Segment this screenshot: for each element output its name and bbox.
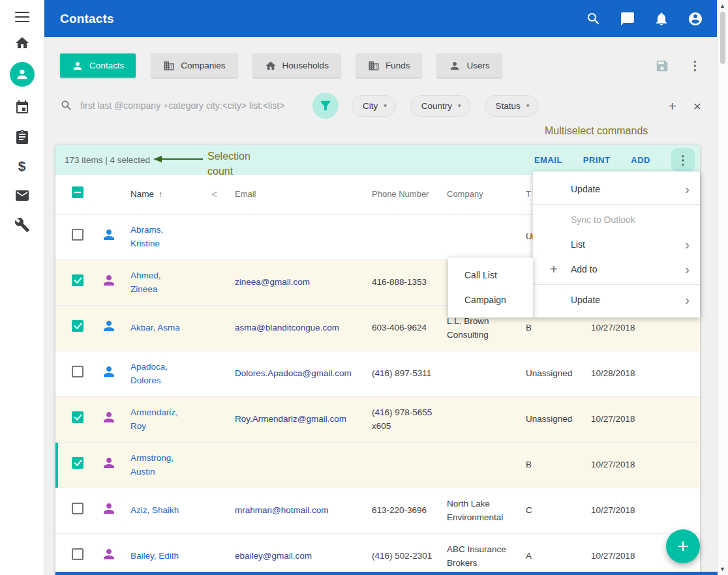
- row-checkbox[interactable]: [72, 411, 83, 423]
- tab-companies[interactable]: Companies: [151, 53, 237, 78]
- horizontal-scrollbar-thumb[interactable]: [55, 572, 718, 575]
- search-input[interactable]: [79, 100, 297, 111]
- filter-chip-country[interactable]: Country▾: [410, 95, 470, 117]
- caret-down-icon: ▾: [458, 102, 461, 109]
- contact-avatar-icon[interactable]: [101, 455, 117, 471]
- column-header-phone[interactable]: Phone Number: [365, 188, 440, 201]
- chevron-right-icon: ›: [685, 263, 690, 276]
- menu-divider: [533, 284, 700, 285]
- menu-item-update[interactable]: Update›: [533, 177, 700, 201]
- contact-tier: Unassigned: [519, 367, 584, 380]
- menu-item-update-2[interactable]: Update›: [533, 288, 700, 312]
- contact-name-link[interactable]: Ahmed, Zineea: [124, 269, 202, 296]
- menu-divider: [533, 204, 700, 205]
- contact-avatar-icon[interactable]: [101, 501, 117, 516]
- contact-email-link[interactable]: mrahman@hotmail.com: [228, 504, 365, 517]
- column-header-email[interactable]: Email: [228, 188, 365, 201]
- chat-icon[interactable]: [620, 11, 635, 27]
- tab-label: Users: [466, 61, 489, 70]
- select-all-checkbox[interactable]: [72, 186, 83, 198]
- notifications-icon[interactable]: [654, 11, 669, 27]
- contact-avatar-icon[interactable]: [101, 409, 117, 425]
- save-icon[interactable]: [655, 59, 669, 73]
- contact-name-link[interactable]: Apadoca, Dolores: [124, 361, 202, 387]
- add-action-button[interactable]: ADD: [631, 155, 650, 165]
- annotation-multiselect-commands: Multiselect commands: [545, 125, 648, 137]
- tab-users[interactable]: Users: [437, 53, 501, 78]
- contact-name-link[interactable]: Armstrong, Austin: [124, 452, 202, 479]
- multiselect-more-icon[interactable]: ⋮: [671, 148, 695, 171]
- account-icon[interactable]: [688, 11, 703, 27]
- contact-name-link[interactable]: Abrams, Kristine: [124, 224, 202, 250]
- row-checkbox[interactable]: [72, 274, 83, 286]
- add-contact-fab[interactable]: +: [666, 529, 700, 563]
- row-checkbox[interactable]: [72, 366, 83, 377]
- tab-households[interactable]: Households: [253, 53, 341, 78]
- row-checkbox[interactable]: [72, 229, 83, 241]
- email-action-button[interactable]: EMAIL: [534, 155, 562, 165]
- row-checkbox[interactable]: [72, 457, 83, 469]
- vertical-scrollbar[interactable]: ▲ ▼: [717, 0, 728, 575]
- contact-avatar-icon[interactable]: [101, 318, 117, 334]
- tab-label: Households: [282, 61, 329, 70]
- contact-name-link[interactable]: Akbar, Asma: [124, 321, 202, 334]
- sidebar-home-icon[interactable]: [13, 35, 31, 52]
- print-action-button[interactable]: PRINT: [583, 155, 611, 165]
- contact-tier: A: [519, 550, 584, 563]
- page-title: Contacts: [60, 12, 114, 26]
- tab-label: Contacts: [89, 61, 124, 70]
- contact-company: ABC Insurance Brokers: [440, 543, 519, 570]
- sidebar-mail-icon[interactable]: [13, 187, 31, 204]
- add-filter-icon[interactable]: +: [668, 99, 676, 113]
- filter-chip-city[interactable]: City▾: [352, 95, 396, 117]
- chip-label: Country: [421, 101, 452, 111]
- contact-name-link[interactable]: Armendariz, Roy: [124, 406, 202, 433]
- contact-email-link[interactable]: asma@blanditcongue.com: [228, 321, 365, 334]
- tab-contacts[interactable]: Contacts: [60, 53, 136, 78]
- filter-icon[interactable]: [312, 93, 339, 119]
- row-checkbox[interactable]: [72, 320, 83, 332]
- contact-avatar-icon[interactable]: [101, 227, 117, 243]
- contact-avatar-icon[interactable]: [101, 364, 117, 379]
- selection-summary: 173 items | 4 selected: [65, 155, 150, 165]
- vertical-scrollbar-thumb[interactable]: [720, 12, 725, 64]
- contact-email-link[interactable]: Dolores.Apadoca@gmail.com: [228, 367, 365, 380]
- contact-name-link[interactable]: Bailey, Edith: [124, 550, 202, 563]
- clear-search-icon[interactable]: ×: [693, 99, 701, 113]
- table-row: Aziz, Shaikh mrahman@hotmail.com 613-220…: [55, 488, 700, 534]
- search-icon[interactable]: [586, 11, 601, 27]
- search-field-icon: [60, 99, 73, 112]
- sidebar-contacts-icon[interactable]: [10, 62, 35, 87]
- entity-tabs: Contacts Companies Households Funds User…: [60, 53, 701, 78]
- annotation-selection-count: Selection count: [207, 149, 267, 179]
- filter-chip-status[interactable]: Status▾: [485, 95, 539, 117]
- menu-item-sync-to-outlook[interactable]: Sync to Outlook: [533, 207, 700, 232]
- sidebar-tasks-icon[interactable]: [13, 128, 31, 145]
- submenu-item-call-list[interactable]: Call List: [448, 263, 533, 288]
- tab-funds[interactable]: Funds: [356, 53, 422, 78]
- collapse-columns-icon[interactable]: <: [202, 187, 228, 202]
- contact-avatar-icon[interactable]: [101, 273, 117, 288]
- sidebar-tools-icon[interactable]: [13, 216, 31, 233]
- contact-tier: B: [519, 458, 584, 471]
- menu-item-list[interactable]: List›: [533, 232, 700, 257]
- row-checkbox[interactable]: [72, 503, 83, 514]
- submenu-item-campaign[interactable]: Campaign: [448, 288, 533, 312]
- sidebar-calendar-icon[interactable]: [13, 99, 31, 116]
- contact-email-link[interactable]: zineea@gmail.com: [228, 276, 365, 289]
- contact-email-link[interactable]: Roy.Armendariz@gmail.com: [228, 413, 365, 426]
- row-checkbox[interactable]: [72, 548, 83, 560]
- contact-tier: B: [519, 321, 584, 334]
- menu-item-add-to[interactable]: +Add to›: [533, 257, 700, 282]
- sidebar-billing-icon[interactable]: $: [13, 158, 31, 175]
- contact-email-link[interactable]: ebailey@gmail.com: [228, 550, 365, 563]
- more-options-icon[interactable]: ⋮: [689, 59, 701, 72]
- scroll-down-icon[interactable]: ▼: [718, 566, 727, 572]
- hamburger-menu-icon[interactable]: [15, 12, 29, 22]
- scroll-up-icon[interactable]: ▲: [718, 3, 727, 9]
- contact-name-link[interactable]: Aziz, Shaikh: [124, 504, 202, 517]
- column-header-name[interactable]: Name↑: [124, 188, 202, 201]
- contact-avatar-icon[interactable]: [101, 546, 117, 562]
- column-header-company[interactable]: Company: [440, 188, 519, 201]
- sidebar: $: [0, 0, 44, 575]
